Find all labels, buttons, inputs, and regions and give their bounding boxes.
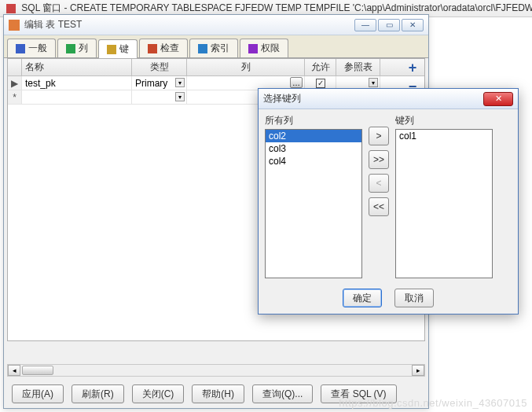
row-marker: ▶ <box>8 76 22 90</box>
all-columns-listbox[interactable]: col2 col3 col4 <box>265 129 362 278</box>
query-button[interactable]: 查询(Q)... <box>252 384 313 403</box>
select-key-columns-dialog: 选择键列 ✕ 所有列 col2 col3 col4 > >> < << 键列 c… <box>258 88 519 315</box>
grid-header-ref[interactable]: 参照表 <box>336 59 380 75</box>
privs-icon <box>248 44 258 53</box>
move-all-left-button[interactable]: << <box>369 197 389 216</box>
maximize-button[interactable]: ▭ <box>378 19 400 31</box>
dialog-titlebar: 选择键列 ✕ <box>259 89 518 109</box>
grid-header-cols[interactable]: 列 <box>187 59 305 75</box>
tab-indexes[interactable]: 索引 <box>189 39 238 57</box>
grid-header: 名称 类型 列 允许 参照表 <box>8 59 424 76</box>
horizontal-scrollbar[interactable]: ◂ ▸ <box>7 364 425 377</box>
window-icon <box>9 20 20 31</box>
list-item[interactable]: col3 <box>266 142 361 155</box>
move-right-button[interactable]: > <box>369 127 389 145</box>
tab-label: 索引 <box>211 42 229 55</box>
indexes-icon <box>198 44 207 53</box>
close-button-footer[interactable]: 关闭(C) <box>132 384 185 403</box>
tab-label: 权限 <box>261 42 280 55</box>
minimize-button[interactable]: — <box>354 19 376 31</box>
type-dropdown-icon[interactable]: ▾ <box>175 78 185 87</box>
tab-label: 检查 <box>160 42 179 55</box>
grid-header-name[interactable]: 名称 <box>22 59 132 75</box>
close-button[interactable]: ✕ <box>402 19 424 31</box>
row-marker-new: * <box>8 90 22 104</box>
checks-icon <box>148 44 157 53</box>
cell-name[interactable]: test_pk <box>22 76 132 90</box>
refresh-button[interactable]: 刷新(R) <box>72 384 124 403</box>
tab-keys[interactable]: 键 <box>98 39 138 58</box>
key-columns-label: 键列 <box>395 114 493 127</box>
tab-label: 键 <box>119 42 129 56</box>
grid-header-rowmarker <box>8 59 22 75</box>
move-all-right-button[interactable]: >> <box>369 150 389 169</box>
dialog-title: 选择键列 <box>263 92 483 105</box>
scroll-left-button[interactable]: ◂ <box>8 365 20 376</box>
cell-type[interactable]: Primary▾ <box>132 76 187 90</box>
type-dropdown-icon[interactable]: ▾ <box>175 92 185 101</box>
menubar-text: SQL 窗口 - CREATE TEMPORARY TABLESPACE FJF… <box>21 2 532 13</box>
cell-name[interactable] <box>22 90 132 104</box>
tab-general[interactable]: 一般 <box>7 39 56 57</box>
dialog-close-button[interactable]: ✕ <box>483 92 513 106</box>
columns-icon <box>66 44 75 53</box>
window-title: 编辑 表 TEST <box>24 18 354 31</box>
scroll-thumb[interactable] <box>22 366 53 375</box>
all-columns-label: 所有列 <box>265 114 362 127</box>
tabs: 一般 列 键 检查 索引 权限 <box>4 35 428 58</box>
general-icon <box>16 44 25 53</box>
grid-header-allow[interactable]: 允许 <box>305 59 336 75</box>
cell-type-value: Primary <box>135 78 167 89</box>
keys-icon <box>107 45 116 54</box>
allow-checkbox[interactable]: ✓ <box>316 79 325 88</box>
tab-label: 列 <box>79 42 88 55</box>
tab-checks[interactable]: 检查 <box>139 39 188 57</box>
apply-button[interactable]: 应用(A) <box>12 384 64 403</box>
move-left-button[interactable]: < <box>369 174 389 193</box>
add-row-button[interactable]: + <box>405 61 420 75</box>
cancel-button[interactable]: 取消 <box>394 289 434 307</box>
tab-privs[interactable]: 权限 <box>240 39 288 57</box>
footer-buttons: 应用(A) 刷新(R) 关闭(C) 帮助(H) 查询(Q)... 查看 SQL … <box>12 384 397 403</box>
grid-header-type[interactable]: 类型 <box>132 59 187 75</box>
list-item[interactable]: col2 <box>266 130 361 142</box>
key-columns-listbox[interactable]: col1 <box>395 129 493 278</box>
help-button[interactable]: 帮助(H) <box>192 384 244 403</box>
scroll-right-button[interactable]: ▸ <box>412 365 424 376</box>
view-sql-button[interactable]: 查看 SQL (V) <box>321 384 396 403</box>
cell-type[interactable]: ▾ <box>132 90 187 104</box>
tab-columns[interactable]: 列 <box>57 39 97 57</box>
ok-button[interactable]: 确定 <box>343 289 382 307</box>
tab-label: 一般 <box>28 42 47 55</box>
list-item[interactable]: col4 <box>266 155 361 167</box>
cols-ellipsis-button[interactable]: … <box>290 77 303 88</box>
list-item[interactable]: col1 <box>396 130 492 142</box>
titlebar: 编辑 表 TEST — ▭ ✕ <box>4 15 428 35</box>
app-icon <box>6 4 16 13</box>
ref-dropdown-icon[interactable]: ▾ <box>369 78 378 87</box>
transfer-buttons: > >> < << <box>369 114 389 279</box>
